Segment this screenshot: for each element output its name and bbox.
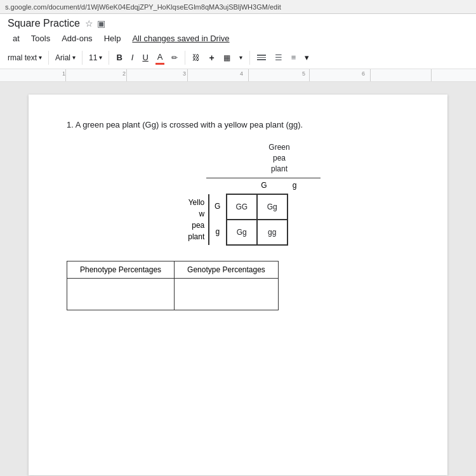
genotype-data <box>175 279 279 310</box>
saved-status: All changes saved in Drive <box>132 34 229 43</box>
title-icons: ☆ ▣ <box>85 18 105 29</box>
align-button[interactable] <box>254 53 269 62</box>
ruler-num-1: 1 <box>62 70 65 77</box>
link-icon: ⛓ <box>192 53 200 62</box>
font-color-button[interactable]: A <box>154 51 166 65</box>
spacing-icon: ☰ <box>275 53 282 62</box>
drive-icon[interactable]: ▣ <box>97 18 105 29</box>
question-text: 1. A green pea plant (Gg) is crossed wit… <box>67 120 409 129</box>
more-button[interactable]: ▾ <box>301 51 312 63</box>
doc-area[interactable]: 1. A green pea plant (Gg) is crossed wit… <box>0 82 476 476</box>
cell-Gg-2: Gg <box>227 220 257 245</box>
style-dropdown[interactable]: rmal text ▾ <box>5 52 44 63</box>
spacing-button[interactable]: ☰ <box>272 51 286 63</box>
phenotype-data <box>67 279 175 310</box>
ruler-num-6: 6 <box>362 70 365 77</box>
pencil-icon: ✏ <box>171 53 178 62</box>
ruler-num-5: 5 <box>302 70 305 77</box>
punnett-grid: GG Gg Gg gg <box>226 194 288 246</box>
ruler: 1 2 3 4 5 6 <box>0 69 476 82</box>
style-label: rmal text <box>8 53 37 62</box>
color-indicator <box>155 63 165 65</box>
punnett-row-2: Gg gg <box>227 220 288 245</box>
italic-button[interactable]: I <box>128 51 137 63</box>
url-text: s.google.com/document/d/1WjW6eK04EdqjZPY… <box>5 3 281 11</box>
top-allele-G: G <box>249 181 279 192</box>
toolbar-sep-4 <box>185 51 185 65</box>
toolbar-sep-3 <box>109 51 109 65</box>
left-allele-g: g <box>212 219 223 244</box>
table-data-row <box>67 279 279 310</box>
size-dropdown[interactable]: 11 ▾ <box>86 52 105 63</box>
image-icon: ▦ <box>223 53 230 62</box>
underline-button[interactable]: U <box>139 51 151 63</box>
align-icon <box>257 55 266 60</box>
font-dropdown[interactable]: Arial ▾ <box>53 52 78 63</box>
color-fill-icon: ▾ <box>239 54 242 61</box>
punnett-area: Greenpeaplant G g Yellowpeaplant <box>67 142 409 246</box>
star-icon[interactable]: ☆ <box>85 18 93 29</box>
browser-address-bar[interactable]: s.google.com/document/d/1WjW6eK04EdqjZPY… <box>0 0 476 14</box>
toolbar: rmal text ▾ Arial ▾ 11 ▾ B I U A ✏ <box>0 46 476 69</box>
ruler-num-3: 3 <box>183 70 186 77</box>
cell-gg: gg <box>257 220 288 245</box>
size-label: 11 <box>89 53 97 62</box>
insert-button[interactable]: + <box>206 51 217 64</box>
plus-icon: + <box>209 53 214 63</box>
pencil-button[interactable]: ✏ <box>168 52 181 63</box>
font-dropdown-arrow: ▾ <box>72 54 76 61</box>
ruler-num-2: 2 <box>122 70 126 77</box>
ruler-num-4: 4 <box>240 70 243 77</box>
doc-title[interactable]: Square Practice <box>8 18 80 29</box>
punnett-row-1: GG Gg <box>227 194 288 220</box>
phenotype-header: Phenotype Percentages <box>67 261 175 279</box>
genotype-header: Genotype Percentages <box>175 261 279 279</box>
style-dropdown-arrow: ▾ <box>39 54 42 61</box>
list-icon: ≡ <box>291 53 296 62</box>
cell-Gg-1: Gg <box>257 194 288 220</box>
title-bar: Square Practice ☆ ▣ <box>0 14 476 30</box>
bold-button[interactable]: B <box>113 51 125 63</box>
ruler-inner: 1 2 3 4 5 6 <box>5 69 471 81</box>
percentages-table: Phenotype Percentages Genotype Percentag… <box>67 261 279 310</box>
top-allele-g: g <box>279 181 310 192</box>
size-dropdown-arrow: ▾ <box>99 54 102 61</box>
font-color-label: A <box>157 52 163 62</box>
menu-item-help[interactable]: Help <box>99 32 126 45</box>
docs-container: Square Practice ☆ ▣ at Tools Add-ons Hel… <box>0 14 476 476</box>
font-label: Arial <box>55 53 70 62</box>
toolbar-sep-1 <box>48 51 49 65</box>
page: 1. A green pea plant (Gg) is crossed wit… <box>29 95 447 475</box>
list-button[interactable]: ≡ <box>288 51 300 63</box>
toolbar-sep-2 <box>82 51 83 65</box>
menu-item-at[interactable]: at <box>8 32 25 45</box>
left-label: Yellowpeaplant <box>188 197 204 242</box>
top-label: Greenpeaplant <box>268 142 289 174</box>
color-fill-button[interactable]: ▾ <box>236 53 246 62</box>
link-button[interactable]: ⛓ <box>189 52 203 63</box>
toolbar-sep-5 <box>249 51 250 65</box>
menu-bar: at Tools Add-ons Help All changes saved … <box>0 30 476 46</box>
image-button[interactable]: ▦ <box>220 52 234 63</box>
left-allele-G: G <box>212 194 223 219</box>
more-icon: ▾ <box>305 53 309 62</box>
table-header-row: Phenotype Percentages Genotype Percentag… <box>67 261 279 279</box>
menu-item-addons[interactable]: Add-ons <box>56 32 97 45</box>
cell-GG: GG <box>227 194 257 220</box>
menu-item-tools[interactable]: Tools <box>26 32 55 45</box>
